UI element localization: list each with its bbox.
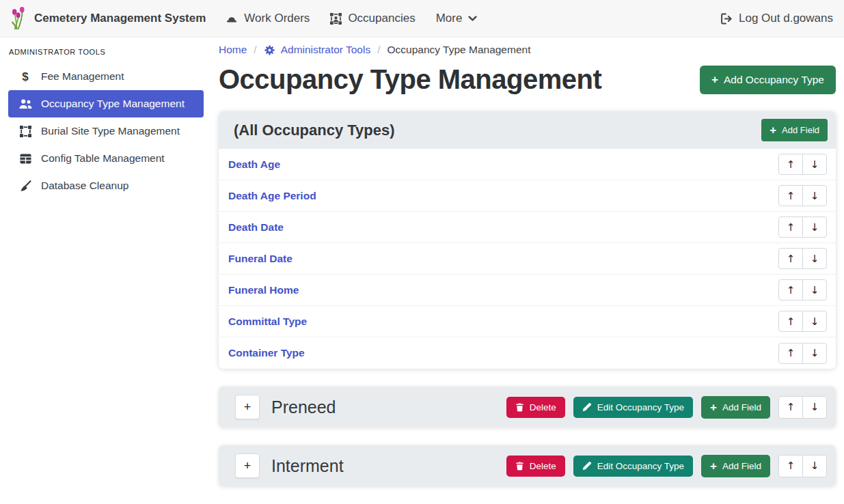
- field-link[interactable]: Death Age Period: [228, 190, 316, 202]
- reorder-button-group: ↑ ↓: [778, 396, 827, 419]
- delete-button[interactable]: Delete: [506, 397, 565, 418]
- field-row-death-date: Death Date ↑ ↓: [219, 212, 836, 243]
- field-link[interactable]: Death Age: [228, 158, 280, 171]
- move-up-button[interactable]: ↑: [778, 279, 803, 300]
- main-nav: Work Orders Occupancies More: [215, 12, 487, 25]
- sidebar-item-occupancy-type-management[interactable]: Occupancy Type Management: [8, 90, 204, 117]
- move-up-button[interactable]: ↑: [778, 343, 803, 364]
- sidebar-item-fee-management[interactable]: $ Fee Management: [8, 63, 204, 90]
- occupancy-type-actions: Delete Edit Occupancy Type + Add Field ↑…: [506, 455, 827, 477]
- move-down-button[interactable]: ↓: [802, 248, 827, 269]
- arrow-down-icon: ↓: [811, 253, 819, 265]
- tulip-logo-icon: [10, 6, 27, 31]
- occupancy-type-panels: + Preneed Delete Edit Occupancy Type +: [219, 387, 836, 486]
- add-field-button[interactable]: + Add Field: [761, 119, 828, 141]
- field-link[interactable]: Funeral Date: [228, 253, 292, 265]
- sidebar-item-label: Config Table Management: [41, 152, 165, 165]
- field-link[interactable]: Death Date: [228, 221, 284, 234]
- reorder-button-group: ↑ ↓: [778, 216, 827, 238]
- delete-button[interactable]: Delete: [506, 456, 565, 477]
- move-up-button[interactable]: ↑: [778, 185, 803, 206]
- all-occupancy-types-panel: (All Occupancy Types) + Add Field Death …: [219, 111, 836, 369]
- breadcrumb-separator: /: [377, 44, 380, 56]
- occupancy-type-actions: Delete Edit Occupancy Type + Add Field ↑…: [506, 396, 827, 419]
- sidebar-item-burial-site-type-management[interactable]: Burial Site Type Management: [8, 117, 204, 145]
- arrow-down-icon: ↓: [811, 221, 819, 234]
- add-field-button[interactable]: + Add Field: [701, 396, 770, 419]
- reorder-button-group: ↑ ↓: [778, 185, 827, 206]
- arrow-down-icon: ↓: [811, 460, 819, 472]
- field-link[interactable]: Committal Type: [228, 316, 307, 328]
- logout-label: Log Out d.gowans: [739, 12, 833, 25]
- nav-label: More: [436, 12, 463, 25]
- reorder-button-group: ↑ ↓: [778, 279, 827, 300]
- broom-icon: [20, 180, 31, 192]
- breadcrumb-administrator-tools[interactable]: Administrator Tools: [264, 44, 371, 56]
- expand-button[interactable]: +: [235, 395, 260, 419]
- hard-hat-icon: [226, 13, 238, 24]
- move-down-button[interactable]: ↓: [802, 455, 827, 477]
- arrow-down-icon: ↓: [811, 158, 819, 171]
- move-up-button[interactable]: ↑: [778, 455, 803, 477]
- plus-icon: +: [711, 74, 718, 85]
- all-types-panel-header: (All Occupancy Types) + Add Field: [219, 111, 836, 149]
- move-down-button[interactable]: ↓: [802, 216, 827, 238]
- arrow-up-icon: ↑: [787, 190, 795, 202]
- edit-occupancy-type-button[interactable]: Edit Occupancy Type: [573, 397, 693, 418]
- occupancy-type-name: Preneed: [271, 397, 336, 417]
- move-down-button[interactable]: ↓: [802, 311, 827, 332]
- sidebar-item-label: Occupancy Type Management: [41, 98, 185, 110]
- sidebar-item-database-cleanup[interactable]: Database Cleanup: [8, 172, 204, 199]
- breadcrumb-home[interactable]: Home: [219, 44, 247, 56]
- top-navbar: Cemetery Management System Work Orders: [0, 0, 844, 38]
- sidebar-item-label: Database Cleanup: [41, 180, 128, 192]
- field-row-funeral-home: Funeral Home ↑ ↓: [219, 275, 836, 306]
- plus-icon: +: [710, 460, 717, 472]
- move-down-button[interactable]: ↓: [802, 185, 827, 206]
- trash-icon: [515, 402, 524, 412]
- arrow-down-icon: ↓: [811, 401, 819, 413]
- main-content: Home / Administrator Tools / Occupanc: [212, 38, 844, 504]
- move-up-button[interactable]: ↑: [778, 396, 803, 419]
- sidebar-heading: ADMINISTRATOR TOOLS: [0, 42, 212, 57]
- nav-occupancies[interactable]: Occupancies: [320, 12, 425, 25]
- field-row-container-type: Container Type ↑ ↓: [219, 337, 836, 369]
- move-up-button[interactable]: ↑: [778, 248, 803, 269]
- pencil-icon: [582, 461, 592, 471]
- reorder-button-group: ↑ ↓: [778, 343, 827, 364]
- arrow-up-icon: ↑: [787, 347, 795, 359]
- users-icon: [19, 99, 32, 109]
- move-up-button[interactable]: ↑: [778, 154, 803, 175]
- breadcrumb-current: Occupancy Type Management: [387, 44, 531, 56]
- add-field-button[interactable]: + Add Field: [701, 455, 770, 477]
- app-title: Cemetery Management System: [34, 12, 206, 25]
- occupancy-type-name: Interment: [271, 456, 344, 476]
- field-link[interactable]: Funeral Home: [228, 284, 299, 296]
- arrow-up-icon: ↑: [787, 221, 795, 234]
- expand-button[interactable]: +: [235, 453, 260, 478]
- logout-button[interactable]: Log Out d.gowans: [720, 12, 833, 25]
- field-row-death-age-period: Death Age Period ↑ ↓: [219, 180, 836, 212]
- arrow-down-icon: ↓: [811, 347, 819, 359]
- sidebar-item-config-table-management[interactable]: Config Table Management: [8, 145, 204, 172]
- sidebar-item-label: Fee Management: [41, 70, 124, 83]
- move-down-button[interactable]: ↓: [802, 154, 827, 175]
- app-brand[interactable]: Cemetery Management System: [10, 6, 206, 31]
- edit-occupancy-type-button[interactable]: Edit Occupancy Type: [573, 456, 693, 477]
- move-up-button[interactable]: ↑: [778, 311, 803, 332]
- add-occupancy-type-button[interactable]: + Add Occupancy Type: [700, 66, 836, 94]
- arrow-up-icon: ↑: [787, 316, 795, 328]
- move-down-button[interactable]: ↓: [802, 343, 827, 364]
- move-up-button[interactable]: ↑: [778, 216, 803, 238]
- breadcrumb: Home / Administrator Tools / Occupanc: [219, 44, 836, 56]
- sidebar-menu: $ Fee Management Occupancy Type Manageme…: [0, 63, 212, 199]
- dollar-icon: $: [19, 70, 31, 83]
- field-link[interactable]: Container Type: [228, 347, 305, 359]
- move-down-button[interactable]: ↓: [802, 279, 827, 300]
- nav-work-orders[interactable]: Work Orders: [215, 12, 320, 25]
- sidebar-item-label: Burial Site Type Management: [41, 125, 180, 137]
- nav-more[interactable]: More: [426, 12, 488, 25]
- move-down-button[interactable]: ↓: [802, 396, 827, 419]
- reorder-button-group: ↑ ↓: [778, 311, 827, 332]
- reorder-button-group: ↑ ↓: [778, 248, 827, 269]
